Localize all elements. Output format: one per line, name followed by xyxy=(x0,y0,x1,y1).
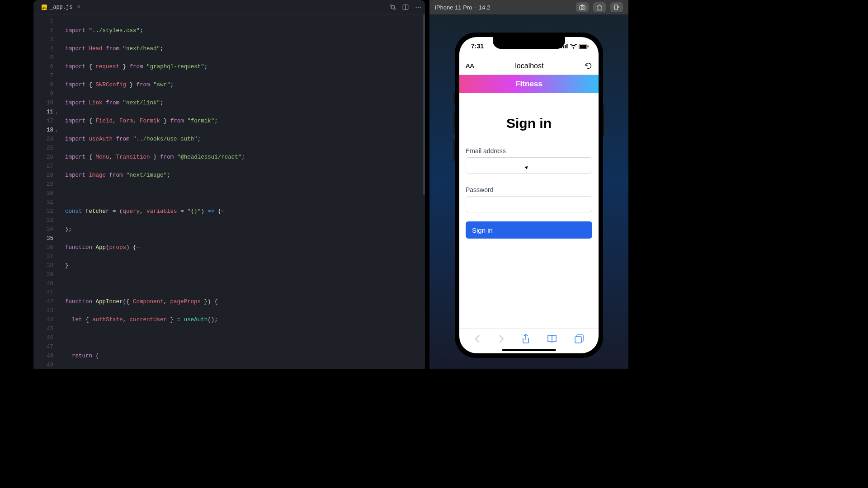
home-indicator[interactable] xyxy=(502,349,556,351)
svg-point-3 xyxy=(415,6,416,7)
svg-rect-15 xyxy=(588,45,589,47)
svg-point-4 xyxy=(418,6,419,7)
screenshot-button[interactable] xyxy=(576,2,589,12)
tab-filename: _app.js xyxy=(50,4,72,10)
address-host[interactable]: localhost xyxy=(515,62,543,70)
page-title: Sign in xyxy=(466,116,592,131)
editor-tab-bar: JS _app.js × xyxy=(33,0,425,14)
iphone-screen: 7:31 AA localhost xyxy=(459,37,599,353)
volume-up-button xyxy=(453,112,455,134)
rotate-button[interactable] xyxy=(610,2,623,12)
mute-switch xyxy=(453,91,455,105)
svg-rect-12 xyxy=(566,44,568,48)
bookmarks-icon[interactable] xyxy=(547,335,557,343)
simulator-device-title: iPhone 11 Pro – 14.2 xyxy=(435,4,490,11)
svg-point-0 xyxy=(391,5,392,6)
code-editor-pane: JS _app.js × 12345 678910 11› 17 18› 242… xyxy=(33,0,425,369)
js-file-icon: JS xyxy=(42,5,47,10)
editor-tab-active[interactable]: JS _app.js × xyxy=(37,0,85,14)
power-button xyxy=(603,105,604,136)
volume-down-button xyxy=(453,139,455,161)
svg-point-7 xyxy=(581,7,583,9)
wifi-icon xyxy=(570,44,577,49)
sign-in-button[interactable]: Sign in xyxy=(466,221,592,239)
code-content[interactable]: import "../styles.css"; import Head from… xyxy=(58,14,425,369)
more-actions-icon[interactable] xyxy=(415,4,421,10)
svg-rect-11 xyxy=(565,45,566,48)
reload-icon[interactable] xyxy=(585,62,592,70)
sign-in-form: Sign in Email address Password Sign in xyxy=(459,93,599,328)
email-label: Email address xyxy=(466,147,592,155)
svg-rect-14 xyxy=(580,44,587,47)
tabs-icon[interactable] xyxy=(575,334,584,343)
iphone-device-frame: 7:31 AA localhost xyxy=(455,33,603,358)
tab-close-icon[interactable]: × xyxy=(77,4,80,10)
notch xyxy=(493,37,565,49)
password-field[interactable] xyxy=(466,196,592,212)
svg-rect-16 xyxy=(575,337,581,343)
split-editor-icon[interactable] xyxy=(402,4,409,10)
simulator-titlebar: iPhone 11 Pro – 14.2 xyxy=(429,0,628,14)
share-icon[interactable] xyxy=(522,334,530,344)
line-number-gutter: 12345 678910 11› 17 18› 2425262728 29303… xyxy=(33,14,58,369)
editor-tab-bar-actions xyxy=(390,4,421,10)
text-size-button[interactable]: AA xyxy=(466,62,474,69)
password-label: Password xyxy=(466,186,592,193)
email-field[interactable] xyxy=(466,157,592,174)
compare-changes-icon[interactable] xyxy=(390,4,396,10)
svg-rect-8 xyxy=(615,5,618,10)
status-time: 7:31 xyxy=(471,42,484,50)
svg-point-5 xyxy=(420,6,420,7)
svg-point-1 xyxy=(394,8,396,9)
battery-icon xyxy=(579,44,589,49)
simulator-pane: iPhone 11 Pro – 14.2 7:31 xyxy=(429,0,628,369)
safari-address-bar: AA localhost xyxy=(459,57,599,75)
svg-rect-10 xyxy=(563,46,564,48)
home-button[interactable] xyxy=(593,2,606,12)
forward-icon[interactable] xyxy=(498,334,505,343)
back-icon[interactable] xyxy=(474,334,481,343)
app-header: Fitness xyxy=(459,75,599,93)
code-area[interactable]: 12345 678910 11› 17 18› 2425262728 29303… xyxy=(33,14,425,369)
app-title: Fitness xyxy=(515,80,542,89)
editor-scrollbar[interactable] xyxy=(423,14,425,195)
svg-rect-6 xyxy=(580,6,585,10)
